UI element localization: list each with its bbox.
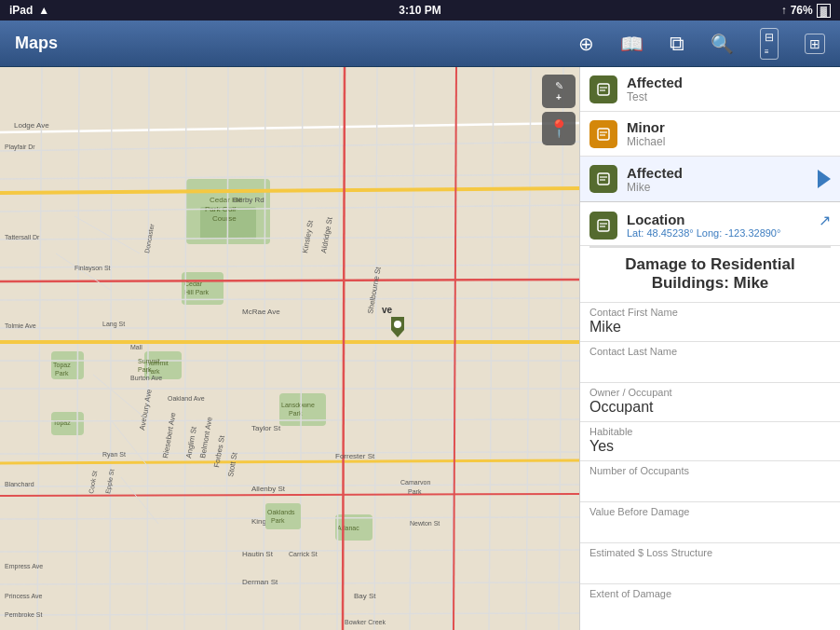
status-time: 3:10 PM: [399, 4, 440, 17]
svg-text:Lansdowne: Lansdowne: [281, 402, 315, 408]
svg-text:Bay St: Bay St: [354, 592, 376, 600]
svg-text:Finlayson St: Finlayson St: [75, 265, 111, 272]
svg-text:Adanac: Adanac: [337, 525, 359, 531]
svg-text:Pembroke St: Pembroke St: [5, 611, 43, 618]
add-label-button[interactable]: ✎ +: [542, 75, 576, 108]
battery-label: 76%: [791, 4, 813, 17]
field-value: Mike: [589, 319, 831, 336]
map-svg: Cedar Hill Park Golf Course Cedar Hill P…: [0, 67, 579, 630]
detail-heading: Damage to Residential Buildings: Mike: [580, 248, 840, 303]
item-text-2: Minor Michael: [627, 119, 831, 148]
wifi-icon: ▲: [38, 4, 49, 17]
svg-text:Hill Park: Hill Park: [184, 289, 210, 295]
field-value-empty: [589, 518, 831, 537]
svg-text:Summit: Summit: [138, 358, 160, 364]
detail-location-text: Location Lat: 48.45238° Long: -123.32890…: [627, 212, 819, 239]
item-chevron-3: [818, 170, 831, 188]
field-label: Habitable: [589, 426, 831, 437]
svg-text:Taylor St: Taylor St: [251, 424, 281, 432]
field-label: Extent of Damage: [589, 588, 831, 599]
field-label: Owner / Occupant: [589, 387, 831, 398]
svg-text:Derby Rd: Derby Rd: [233, 196, 264, 204]
app-title: Maps: [15, 34, 58, 53]
svg-text:Park: Park: [271, 517, 285, 524]
item-title-2: Minor: [627, 119, 831, 135]
carrier-label: iPad: [9, 4, 33, 17]
list-item[interactable]: Affected Test: [580, 67, 840, 112]
svg-point-92: [394, 321, 401, 328]
svg-text:Camarvon: Camarvon: [400, 479, 430, 486]
item-text-1: Affected Test: [627, 75, 831, 103]
field-value-empty: [589, 600, 831, 619]
field-value-before-damage: Value Before Damage: [580, 502, 840, 543]
share-icon[interactable]: ↗: [819, 212, 831, 229]
report-icon[interactable]: ⊟≡: [760, 28, 779, 60]
layers-icon[interactable]: ⧉: [670, 32, 684, 56]
field-value-empty: [589, 559, 831, 578]
svg-text:Derman St: Derman St: [242, 578, 278, 586]
svg-text:Newton St: Newton St: [410, 520, 440, 527]
svg-text:ve: ve: [382, 305, 393, 315]
location-icon[interactable]: ⊕: [578, 33, 594, 55]
field-label: Value Before Damage: [589, 506, 831, 517]
svg-text:Park: Park: [408, 488, 422, 495]
grid-icon[interactable]: ⊞: [805, 34, 825, 54]
search-icon[interactable]: 🔍: [711, 33, 734, 55]
item-icon-3: [589, 165, 617, 193]
svg-rect-106: [265, 503, 301, 529]
svg-text:Mall: Mall: [130, 344, 142, 350]
field-extent-damage: Extent of Damage: [580, 584, 840, 624]
svg-rect-125: [598, 220, 609, 231]
location-arrow-icon: ↑: [781, 4, 787, 17]
status-right: ↑ 76% ▓: [781, 4, 831, 18]
svg-text:Allenby St: Allenby St: [251, 485, 286, 493]
item-subtitle-1: Test: [627, 90, 831, 103]
map-area[interactable]: Cedar Hill Park Golf Course Cedar Hill P…: [0, 67, 579, 630]
svg-text:Topaz: Topaz: [53, 362, 71, 369]
nav-icons: ⊕ 📖 ⧉ 🔍 ⊟≡ ⊞: [578, 28, 825, 60]
svg-text:Ryan St: Ryan St: [102, 451, 126, 459]
field-label: Number of Occupants: [589, 465, 831, 476]
field-value: Occupant: [589, 399, 831, 416]
svg-rect-116: [598, 84, 609, 95]
svg-text:Tattersall Dr: Tattersall Dr: [5, 234, 40, 240]
svg-text:Blanchard: Blanchard: [5, 481, 34, 487]
field-label: Estimated $ Loss Structure: [589, 547, 831, 558]
field-contact-last-name: Contact Last Name: [580, 342, 840, 383]
field-owner-occupant: Owner / Occupant Occupant: [580, 383, 840, 422]
svg-text:Oakland Ave: Oakland Ave: [168, 395, 205, 402]
field-label: Contact First Name: [589, 307, 831, 318]
item-icon-1: [589, 75, 617, 103]
svg-text:Tolmie Ave: Tolmie Ave: [5, 322, 36, 329]
item-title-3: Affected: [627, 165, 812, 181]
list-section: Affected Test Minor Michael: [580, 67, 840, 202]
status-bar: iPad ▲ 3:10 PM ↑ 76% ▓: [0, 0, 840, 21]
detail-location-title: Location: [627, 212, 819, 227]
svg-text:Burton Ave: Burton Ave: [130, 375, 162, 381]
field-label: Contact Last Name: [589, 346, 831, 357]
svg-text:Course: Course: [212, 214, 237, 223]
right-panel: Affected Test Minor Michael: [579, 67, 840, 630]
list-item[interactable]: Minor Michael: [580, 112, 840, 157]
svg-text:Lang St: Lang St: [102, 321, 125, 328]
item-text-3: Affected Mike: [627, 165, 812, 194]
svg-text:Empress Ave: Empress Ave: [5, 563, 43, 570]
svg-text:Carrick St: Carrick St: [289, 551, 318, 557]
svg-text:McRae Ave: McRae Ave: [242, 308, 280, 316]
detail-section: Location Lat: 48.45238° Long: -123.32890…: [580, 202, 840, 630]
field-value-empty: [589, 358, 831, 377]
svg-rect-122: [598, 173, 609, 185]
pin-button[interactable]: 📍: [542, 112, 576, 145]
main-content: Cedar Hill Park Golf Course Cedar Hill P…: [0, 67, 840, 630]
item-title-1: Affected: [627, 75, 831, 90]
book-icon[interactable]: 📖: [620, 33, 644, 55]
svg-text:Princess Ave: Princess Ave: [5, 593, 42, 599]
detail-location-icon: [589, 212, 617, 240]
list-item-selected[interactable]: Affected Mike: [580, 157, 840, 201]
svg-text:Hautin St: Hautin St: [242, 550, 274, 558]
svg-text:Playfair Dr: Playfair Dr: [5, 144, 35, 151]
detail-location-row: Location Lat: 48.45238° Long: -123.32890…: [580, 202, 840, 246]
item-icon-2: [589, 120, 617, 148]
field-num-occupants: Number of Occupants: [580, 461, 840, 502]
svg-text:Oaklands: Oaklands: [267, 509, 295, 515]
